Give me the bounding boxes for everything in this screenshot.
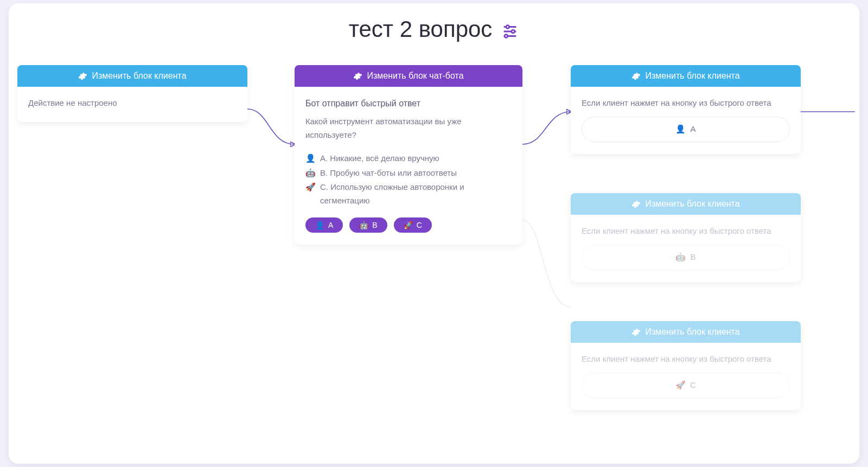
bot-heading: Бот отправит быстрый ответ bbox=[305, 97, 512, 111]
bot-question: Какой инструмент автоматизации вы уже ис… bbox=[305, 115, 512, 142]
flow-canvas[interactable]: тест 2 вопрос Изменить блок клиента Дейс… bbox=[9, 3, 859, 464]
bot-option-text: B. Пробую чат-боты или автоответы bbox=[320, 167, 457, 180]
answer-pill-label: A bbox=[690, 123, 695, 136]
answer-pill[interactable]: 👤 A bbox=[582, 117, 790, 142]
robot-icon: 🤖 bbox=[305, 167, 316, 180]
bot-option-text: A. Никакие, всё делаю вручную bbox=[320, 152, 439, 165]
bot-option: 🚀 C. Использую сложные автоворонки и сег… bbox=[305, 181, 512, 208]
client-block-c[interactable]: Изменить блок клиента Если клиент нажмет… bbox=[571, 321, 801, 410]
client-block-a[interactable]: Изменить блок клиента Если клиент нажмет… bbox=[571, 65, 801, 154]
rocket-icon: 🚀 bbox=[675, 379, 686, 392]
block-body: Если клиент нажмет на кнопку из быстрого… bbox=[571, 87, 801, 154]
robot-icon: 🤖 bbox=[359, 221, 368, 229]
robot-icon: 🤖 bbox=[675, 251, 686, 264]
bot-option: 🤖 B. Пробую чат-боты или автоответы bbox=[305, 167, 512, 180]
svg-point-4 bbox=[512, 30, 515, 33]
block-header[interactable]: Изменить блок клиента bbox=[571, 65, 801, 87]
block-header[interactable]: Изменить блок клиента bbox=[571, 193, 801, 215]
bot-option: 👤 A. Никакие, всё делаю вручную bbox=[305, 152, 512, 165]
block-header-label: Изменить блок чат-бота bbox=[367, 71, 463, 81]
chatbot-block[interactable]: Изменить блок чат-бота Бот отправит быст… bbox=[295, 65, 522, 245]
block-body: Бот отправит быстрый ответ Какой инструм… bbox=[295, 87, 522, 245]
gear-icon bbox=[631, 72, 641, 81]
pill-label: C bbox=[417, 221, 422, 229]
person-icon: 👤 bbox=[305, 152, 316, 165]
page-title: тест 2 вопрос bbox=[349, 16, 493, 42]
block-body: Если клиент нажмет на кнопку из быстрого… bbox=[571, 215, 801, 282]
block-body-text: Если клиент нажмет на кнопку из быстрого… bbox=[582, 226, 771, 235]
block-body-text: Если клиент нажмет на кнопку из быстрого… bbox=[582, 98, 771, 107]
pill-label: B bbox=[372, 221, 377, 229]
block-body: Если клиент нажмет на кнопку из быстрого… bbox=[571, 343, 801, 410]
pill-label: A bbox=[328, 221, 333, 229]
client-block-start[interactable]: Изменить блок клиента Действие не настро… bbox=[17, 65, 247, 122]
gear-icon bbox=[78, 72, 87, 81]
person-icon: 👤 bbox=[315, 221, 324, 229]
person-icon: 👤 bbox=[675, 123, 686, 136]
answer-pill-label: C bbox=[690, 379, 696, 392]
block-header-label: Изменить блок клиента bbox=[92, 71, 186, 81]
client-block-b[interactable]: Изменить блок клиента Если клиент нажмет… bbox=[571, 193, 801, 282]
svg-point-5 bbox=[505, 35, 508, 38]
gear-icon bbox=[631, 200, 641, 209]
svg-point-3 bbox=[506, 25, 509, 29]
block-header-label: Изменить блок клиента bbox=[645, 199, 739, 209]
quick-reply-pill-b[interactable]: 🤖 B bbox=[349, 217, 387, 233]
rocket-icon: 🚀 bbox=[305, 181, 316, 194]
block-header-label: Изменить блок клиента bbox=[645, 327, 739, 337]
rocket-icon: 🚀 bbox=[404, 221, 413, 229]
answer-pill[interactable]: 🚀 C bbox=[582, 373, 790, 398]
block-header[interactable]: Изменить блок чат-бота bbox=[295, 65, 522, 87]
block-body-text: Действие не настроено bbox=[28, 98, 117, 107]
block-header[interactable]: Изменить блок клиента bbox=[17, 65, 247, 87]
bot-option-text: C. Использую сложные автоворонки и сегме… bbox=[320, 181, 512, 208]
quick-reply-pill-a[interactable]: 👤 A bbox=[305, 217, 343, 233]
quick-reply-pills: 👤 A 🤖 B 🚀 C bbox=[305, 217, 512, 233]
page-title-row: тест 2 вопрос bbox=[9, 16, 859, 42]
quick-reply-pill-c[interactable]: 🚀 C bbox=[394, 217, 432, 233]
answer-pill[interactable]: 🤖 B bbox=[582, 245, 790, 270]
gear-icon bbox=[353, 72, 362, 81]
block-header[interactable]: Изменить блок клиента bbox=[571, 321, 801, 343]
block-body-text: Если клиент нажмет на кнопку из быстрого… bbox=[582, 354, 771, 363]
block-body: Действие не настроено bbox=[17, 87, 247, 122]
gear-icon bbox=[631, 328, 641, 337]
sliders-icon[interactable] bbox=[501, 20, 519, 39]
block-header-label: Изменить блок клиента bbox=[645, 71, 739, 81]
answer-pill-label: B bbox=[690, 251, 695, 264]
